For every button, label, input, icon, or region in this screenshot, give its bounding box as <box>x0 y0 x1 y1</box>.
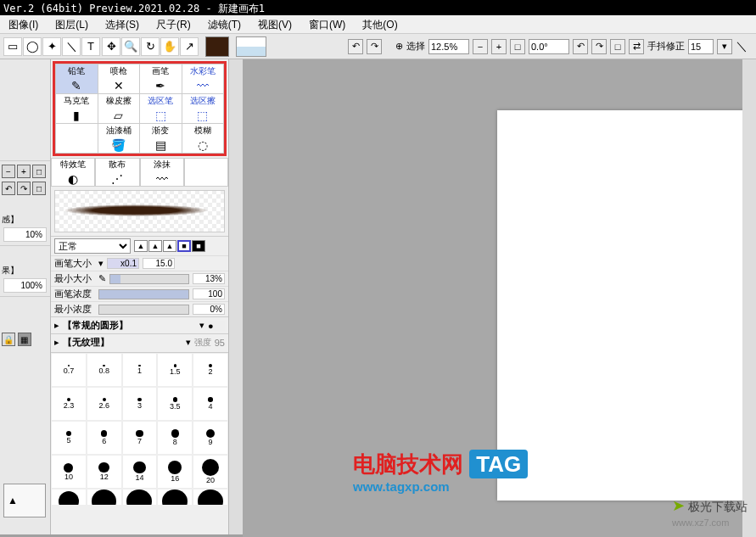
shape-dropdown-icon[interactable]: ▾ <box>199 320 204 331</box>
size-cell[interactable]: 20 <box>193 455 228 489</box>
size-cell[interactable]: 3 <box>122 387 158 421</box>
size-cell[interactable]: 12 <box>87 455 122 489</box>
size-cell[interactable]: 9 <box>193 421 228 455</box>
size-value[interactable]: 15.0 <box>143 258 175 269</box>
rotate-cw-button[interactable]: ↷ <box>591 39 607 54</box>
eyedropper-icon[interactable]: ↗ <box>180 37 199 56</box>
section-b-value[interactable]: 100% <box>3 278 47 293</box>
menu-other[interactable]: 其他(O) <box>354 15 406 33</box>
undo-button[interactable]: ↶ <box>348 39 363 54</box>
size-cell[interactable]: 1.5 <box>157 353 193 387</box>
size-cell[interactable]: 3.5 <box>157 387 193 421</box>
shape-4-icon[interactable]: ■ <box>177 240 191 252</box>
size-cell[interactable]: 10 <box>51 455 87 489</box>
size-cell[interactable]: 7 <box>122 421 158 455</box>
shape-icons[interactable]: ▲ ▲ ▲ ■ ■ <box>134 240 205 252</box>
brush-bucket[interactable]: 油漆桶🪣 <box>98 124 140 154</box>
size-cell[interactable]: 14 <box>122 455 158 489</box>
pressure-icon[interactable]: ✎ <box>98 273 106 284</box>
size-cell[interactable]: 50 <box>193 489 228 505</box>
size-cell[interactable]: 0.8 <box>87 353 122 387</box>
size-cell[interactable]: 0.7 <box>51 353 87 387</box>
menu-filter[interactable]: 滤镜(T) <box>199 15 249 33</box>
size-cell[interactable]: 25 <box>51 489 87 505</box>
zoom-out-button[interactable]: − <box>473 39 488 54</box>
plus-button[interactable]: + <box>17 165 31 178</box>
size-cell[interactable]: 1 <box>122 353 158 387</box>
square-button[interactable]: □ <box>32 165 46 178</box>
density-value[interactable]: 100 <box>193 288 225 299</box>
size-cell[interactable]: 8 <box>157 421 193 455</box>
expand-texture-icon[interactable]: ▸ <box>54 337 59 348</box>
flip-h-button[interactable]: ⇄ <box>629 39 644 54</box>
shape-2-icon[interactable]: ▲ <box>148 240 162 252</box>
rotate-icon[interactable]: ↻ <box>141 37 160 56</box>
layer-mask-icon[interactable]: ▦ <box>18 333 31 346</box>
stabilizer-input[interactable] <box>688 39 714 54</box>
zoom-input[interactable] <box>428 39 469 54</box>
size-dropdown-icon[interactable]: ▾ <box>98 258 104 269</box>
texture-dropdown-icon[interactable]: ▾ <box>186 337 191 348</box>
canvas[interactable] <box>497 110 756 501</box>
select-mode-icon[interactable]: ⊕ <box>395 41 403 52</box>
cw-button[interactable]: ↷ <box>17 182 31 195</box>
move-icon[interactable]: ✥ <box>102 37 120 56</box>
blend-mode-select[interactable]: 正常 <box>54 238 131 254</box>
wand-icon[interactable]: ✦ <box>42 37 61 56</box>
rotate-reset-button[interactable]: □ <box>610 39 625 54</box>
zoom-fit-button[interactable]: □ <box>510 39 525 54</box>
brush-effect[interactable]: 特效笔◐ <box>51 158 95 187</box>
brush-select-pen[interactable]: 选区笔⬚ <box>140 94 182 124</box>
zoom-in-button[interactable]: + <box>491 39 507 54</box>
shape-3-icon[interactable]: ▲ <box>163 240 176 252</box>
size-mult[interactable]: x0.1 <box>107 258 139 269</box>
section-a-value[interactable]: 10% <box>3 227 47 242</box>
lasso-icon[interactable]: ◯ <box>23 37 42 56</box>
mindensity-slider[interactable] <box>98 305 189 315</box>
expand-shape-icon[interactable]: ▸ <box>54 320 59 331</box>
brush-blur[interactable]: 模糊◌ <box>182 124 224 154</box>
ccw-button[interactable]: ↶ <box>2 182 15 195</box>
texture-select[interactable]: 【无纹理】 <box>63 336 182 349</box>
minus-button[interactable]: − <box>2 165 15 178</box>
color-swatches[interactable] <box>236 36 266 57</box>
brush-gradient[interactable]: 渐变▤ <box>140 124 182 154</box>
brush-eraser[interactable]: 橡皮擦▱ <box>98 94 140 124</box>
pen-mode-icon[interactable]: ＼ <box>736 39 753 54</box>
minsize-value[interactable]: 13% <box>193 273 225 284</box>
size-cell[interactable]: 2.6 <box>87 387 122 421</box>
brush-watercolor[interactable]: 水彩笔〰 <box>182 64 224 94</box>
menu-view[interactable]: 视图(V) <box>249 15 300 33</box>
shape-select[interactable]: 【常规的圆形】 <box>63 319 196 332</box>
brush-select-eraser[interactable]: 选区擦⬚ <box>182 94 224 124</box>
brush-marker[interactable]: 马克笔▮ <box>56 94 98 124</box>
menu-image[interactable]: 图像(I) <box>0 15 47 33</box>
angle-input[interactable] <box>529 39 569 54</box>
lock-icon[interactable]: 🔒 <box>2 333 15 346</box>
shape-5-icon[interactable]: ■ <box>192 240 205 252</box>
size-cell[interactable]: 16 <box>157 455 193 489</box>
rotate-ccw-button[interactable]: ↶ <box>573 39 588 54</box>
brush-pencil[interactable]: 铅笔✎ <box>56 64 98 94</box>
canvas-vscroll[interactable] <box>742 59 756 537</box>
menu-layer[interactable]: 图层(L) <box>47 15 97 33</box>
brush-scatter[interactable]: 散布⋰ <box>95 158 139 187</box>
size-cell[interactable]: 2 <box>193 353 228 387</box>
line-tool-icon[interactable]: ＼ <box>62 37 81 56</box>
size-cell[interactable]: 4 <box>193 387 228 421</box>
menu-ruler[interactable]: 尺子(R) <box>148 15 199 33</box>
size-cell[interactable]: 6 <box>87 421 122 455</box>
brush-airbrush[interactable]: 喷枪✕ <box>98 64 140 94</box>
stabilizer-toggle[interactable]: ▾ <box>717 39 732 54</box>
size-cell[interactable]: 5 <box>51 421 87 455</box>
brush-smudge[interactable]: 涂抹〰 <box>140 158 184 187</box>
text-tool-icon[interactable]: T <box>81 37 100 56</box>
navigator[interactable]: ▲ <box>3 484 46 517</box>
minsize-slider[interactable] <box>109 274 189 284</box>
size-cell[interactable]: 2.3 <box>51 387 87 421</box>
size-cell[interactable]: 30 <box>87 489 122 505</box>
rect-select-icon[interactable]: ▭ <box>3 37 22 56</box>
mindensity-value[interactable]: 0% <box>193 304 225 315</box>
size-cell[interactable]: 35 <box>122 489 158 505</box>
menu-window[interactable]: 窗口(W) <box>300 15 354 33</box>
